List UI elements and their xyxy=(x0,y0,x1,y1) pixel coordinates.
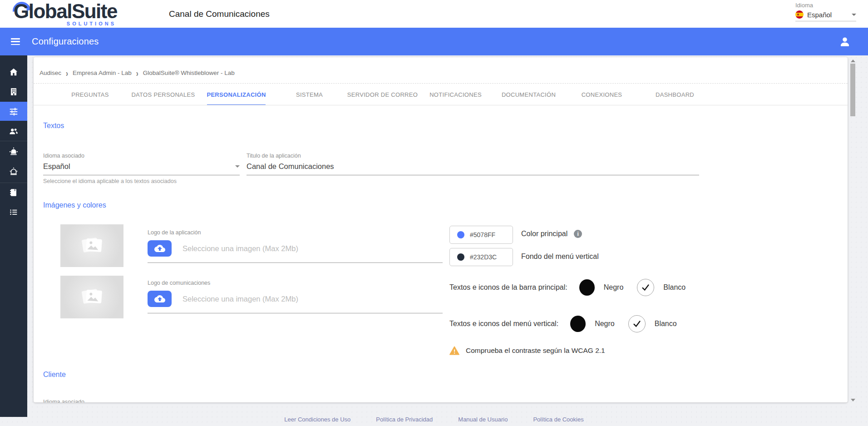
idioma-asociado-select[interactable]: Español xyxy=(43,162,240,175)
toggle-barra-label: Textos e iconos de la barra principal: xyxy=(449,283,567,292)
sidebar-item-lists[interactable] xyxy=(0,203,27,222)
tab-bar: PREGUNTAS DATOS PERSONALES PERSONALIZACI… xyxy=(54,84,711,105)
scroll-up-icon[interactable] xyxy=(851,59,855,62)
color-swatch-icon xyxy=(457,253,464,261)
language-value: Español xyxy=(807,11,848,19)
appbar-title: Configuraciones xyxy=(32,36,99,47)
breadcrumb: Audisec › Empresa Admin - Lab › GlobalSu… xyxy=(39,69,235,77)
chevron-down-icon xyxy=(852,14,856,16)
option-negro-swatch[interactable] xyxy=(579,279,595,296)
globalsuite-logo: GlobalSuite SOLUTIONS xyxy=(14,1,117,27)
tab-datos-personales[interactable]: DATOS PERSONALES xyxy=(127,84,200,105)
account-icon[interactable] xyxy=(839,36,851,48)
color-principal-label-row: Color principal i xyxy=(521,230,582,238)
option-negro-label: Negro xyxy=(604,283,624,292)
idioma-asociado-field[interactable]: Idioma asociado Español Seleccione el id… xyxy=(43,153,240,184)
logo-app-upload: Logo de la aplicación Seleccione una ima… xyxy=(148,229,443,263)
language-label: Idioma xyxy=(795,2,856,9)
notebook-icon xyxy=(9,188,19,198)
tabs-divider xyxy=(34,105,848,105)
page-title: Canal de Comunicaciones xyxy=(169,0,270,28)
contrast-warning-text: Comprueba el contraste según la WCAG 2.1 xyxy=(466,347,605,355)
sidebar-item-alerts[interactable] xyxy=(0,142,27,161)
sidebar-item-users[interactable] xyxy=(0,122,27,141)
scrollbar-thumb[interactable] xyxy=(850,64,855,116)
sidebar-divider xyxy=(0,141,27,141)
chevron-right-icon: › xyxy=(66,68,68,78)
tab-notificaciones[interactable]: NOTIFICACIONES xyxy=(419,84,492,105)
breadcrumb-item-empresa[interactable]: Empresa Admin - Lab xyxy=(73,69,132,76)
color-principal-picker[interactable]: #5078FF xyxy=(449,226,513,244)
color-principal-label: Color principal xyxy=(521,230,567,238)
top-header: GlobalSuite SOLUTIONS Canal de Comunicac… xyxy=(0,0,868,28)
tune-icon xyxy=(9,106,19,116)
tab-conexiones[interactable]: CONEXIONES xyxy=(565,84,638,105)
section-title-cliente: Cliente xyxy=(43,371,66,379)
sidebar-item-alerts-config[interactable] xyxy=(0,162,27,181)
footer-link-cookies[interactable]: Política de Cookies xyxy=(533,416,583,423)
logo-subtext: SOLUTIONS xyxy=(67,21,116,26)
image-placeholder-icon xyxy=(79,286,105,308)
language-dropdown[interactable]: Español xyxy=(795,10,856,21)
scroll-down-icon[interactable] xyxy=(851,399,855,401)
color-menu-hex: #232D3C xyxy=(470,253,497,261)
footer-link-condiciones[interactable]: Leer Condiciones de Uso xyxy=(284,416,350,423)
color-menu-label-row: Fondo del menú vertical xyxy=(521,253,599,261)
tab-personalizacion[interactable]: PERSONALIZACIÓN xyxy=(200,84,273,105)
tab-sistema[interactable]: SISTEMA xyxy=(273,84,346,105)
tab-documentacion[interactable]: DOCUMENTACIÓN xyxy=(492,84,565,105)
chevron-right-icon: › xyxy=(136,68,138,78)
menu-hamburger-icon[interactable] xyxy=(11,38,20,45)
footer-links: Leer Condiciones de Uso Política de Priv… xyxy=(0,416,868,423)
titulo-aplicacion-input[interactable]: Canal de Comunicaciones xyxy=(247,162,699,175)
warning-icon xyxy=(449,346,459,355)
breadcrumb-item-audisec[interactable]: Audisec xyxy=(39,69,61,76)
option-negro-swatch[interactable] xyxy=(570,316,586,332)
list-icon xyxy=(9,207,19,217)
language-selector: Idioma Español xyxy=(795,2,856,21)
breadcrumb-item-whistleblower[interactable]: GlobalSuite® Whistleblower - Lab xyxy=(143,69,235,76)
logo-com-preview xyxy=(60,276,123,318)
logo-app-preview xyxy=(60,224,123,267)
sidebar-item-configuration[interactable] xyxy=(0,102,27,121)
tab-dashboard[interactable]: DASHBOARD xyxy=(638,84,711,105)
tab-preguntas[interactable]: PREGUNTAS xyxy=(54,84,127,105)
toggle-barra-principal: Textos e iconos de la barra principal: N… xyxy=(449,279,686,296)
page: GlobalSuite SOLUTIONS Canal de Comunicac… xyxy=(0,0,868,426)
footer-link-privacidad[interactable]: Política de Privacidad xyxy=(376,416,433,423)
logo-com-upload: Logo de comunicaciones Seleccione una im… xyxy=(148,280,443,313)
sidebar-item-records[interactable] xyxy=(0,183,27,202)
color-menu-picker[interactable]: #232D3C xyxy=(449,248,513,266)
footer-link-manual[interactable]: Manual de Usuario xyxy=(458,416,508,423)
users-icon xyxy=(9,126,19,136)
check-icon xyxy=(641,282,651,292)
titulo-aplicacion-label: Titulo de la aplicación xyxy=(247,153,699,159)
info-icon[interactable]: i xyxy=(574,230,582,238)
sidebar-item-home[interactable] xyxy=(0,63,27,82)
color-menu-label: Fondo del menú vertical xyxy=(521,253,599,261)
logo-app-placeholder: Seleccione una imagen (Max 2Mb) xyxy=(182,244,298,253)
vertical-scrollbar[interactable] xyxy=(849,58,857,403)
logo-app-upload-button[interactable] xyxy=(148,240,172,257)
app-bar: Configuraciones xyxy=(0,28,868,55)
cloud-upload-icon xyxy=(154,293,165,304)
logo-com-upload-button[interactable] xyxy=(148,291,172,307)
toggle-menu-vertical: Textos e iconos del menú vertical: Negro… xyxy=(449,315,677,332)
check-icon xyxy=(632,319,642,329)
titulo-aplicacion-value: Canal de Comunicaciones xyxy=(247,162,334,171)
tab-servidor-correo[interactable]: SERVIDOR DE CORREO xyxy=(346,84,419,105)
titulo-aplicacion-field[interactable]: Titulo de la aplicación Canal de Comunic… xyxy=(247,153,699,175)
option-blanco-swatch-selected[interactable] xyxy=(637,279,654,296)
alarm-outline-icon xyxy=(9,167,19,177)
option-blanco-swatch-selected[interactable] xyxy=(628,315,646,332)
chevron-down-icon xyxy=(235,165,240,168)
section-title-textos: Textos xyxy=(43,122,64,130)
sidebar xyxy=(0,55,27,417)
alarm-filled-icon xyxy=(9,147,19,157)
settings-card: Audisec › Empresa Admin - Lab › GlobalSu… xyxy=(34,57,848,402)
building-icon xyxy=(9,87,19,97)
option-negro-label: Negro xyxy=(595,320,615,328)
logo-wordmark: GlobalSuite xyxy=(14,1,117,22)
sidebar-item-company[interactable] xyxy=(0,82,27,101)
color-swatch-icon xyxy=(457,231,464,238)
